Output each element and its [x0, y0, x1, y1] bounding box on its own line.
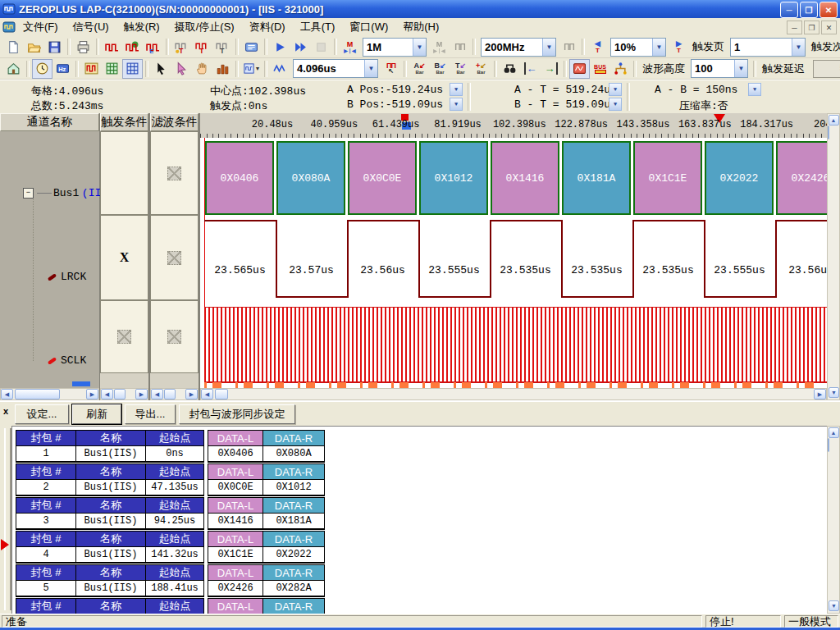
- note-cursor-icon[interactable]: [171, 59, 192, 79]
- home-icon[interactable]: [3, 59, 24, 79]
- settings-button[interactable]: 设定...: [15, 404, 69, 424]
- menu-item-0[interactable]: 文件(F): [16, 18, 66, 36]
- refresh-button[interactable]: 刷新: [72, 404, 121, 424]
- filter-cell-sclk[interactable]: [150, 300, 199, 373]
- scroll-right-icon[interactable]: ▶: [185, 389, 198, 399]
- child-close-button[interactable]: ✕: [821, 21, 837, 34]
- single-acquisition-icon[interactable]: [270, 37, 290, 57]
- dropdown-arrow-icon[interactable]: ▼: [734, 60, 747, 77]
- oscilloscope-icon[interactable]: [569, 59, 590, 79]
- dropdown-arrow-icon[interactable]: ▼: [652, 39, 665, 56]
- pulse-view-icon[interactable]: ΠΠ: [450, 37, 470, 57]
- scroll-thumb[interactable]: [828, 438, 829, 452]
- expander-icon[interactable]: −: [23, 188, 34, 199]
- frequency-display-icon[interactable]: Hz: [52, 59, 73, 79]
- add-bar-icon[interactable]: +↙Bar: [471, 59, 491, 79]
- repeat-acquisition-icon[interactable]: [290, 37, 311, 57]
- time-ruler[interactable]: 20.48us40.959us61.439us81.919us102.398us…: [200, 113, 827, 139]
- scroll-down-icon[interactable]: ▼: [829, 387, 839, 398]
- filter-cell-bus1[interactable]: [150, 131, 199, 215]
- hand-pan-icon[interactable]: [192, 59, 212, 79]
- minimize-button[interactable]: ─: [780, 2, 798, 18]
- bus1-label[interactable]: Bus1: [53, 187, 79, 199]
- memory-page-back-icon[interactable]: M▶❘◀: [429, 37, 450, 57]
- scroll-down-icon[interactable]: ▼: [829, 600, 839, 611]
- packet-start[interactable]: 141.32us: [146, 547, 203, 562]
- waveform-zoom-menu-icon[interactable]: ▼: [241, 59, 262, 79]
- waveform-hscroll[interactable]: ◀ ▶: [200, 388, 827, 400]
- dropdown-arrow-icon[interactable]: ▼: [542, 39, 555, 56]
- trigger-cell-lrck[interactable]: X: [100, 215, 148, 300]
- packet-num[interactable]: 3: [16, 514, 75, 528]
- packet-data-l[interactable]: 0X0406: [208, 446, 262, 461]
- open-file-icon[interactable]: [24, 37, 44, 57]
- packet-num[interactable]: 5: [16, 581, 75, 596]
- save-file-icon[interactable]: [44, 37, 65, 57]
- child-minimize-button[interactable]: ─: [787, 21, 802, 34]
- child-restore-button[interactable]: ❐: [804, 21, 819, 34]
- menu-item-1[interactable]: 信号(U): [66, 18, 116, 36]
- select-cursor-icon[interactable]: [151, 59, 171, 79]
- scroll-thumb[interactable]: [215, 389, 228, 399]
- squarewave-icon[interactable]: ΠΠ: [559, 37, 579, 57]
- panel-grip[interactable]: [4, 428, 11, 610]
- packet-vscroll[interactable]: ▲ ▼: [827, 426, 840, 614]
- sampling-rate-select[interactable]: 200MHz▼: [481, 38, 556, 57]
- navigator-mode-icon[interactable]: [122, 59, 143, 79]
- timing-display-icon[interactable]: [32, 59, 52, 79]
- sclk-label[interactable]: SCLK: [61, 354, 86, 367]
- menu-item-2[interactable]: 触发(R): [116, 18, 167, 36]
- scroll-up-icon[interactable]: ▲: [829, 115, 839, 126]
- restore-button[interactable]: ❐: [800, 2, 818, 18]
- b-bar-icon[interactable]: B↙Bar: [430, 59, 450, 79]
- scroll-thumb[interactable]: [114, 389, 126, 399]
- trigger-cell-sclk[interactable]: [100, 300, 148, 373]
- trigger-pos-left-icon[interactable]: ◀T: [587, 37, 608, 57]
- scroll-left-icon[interactable]: ◀: [1, 389, 13, 399]
- menu-item-4[interactable]: 资料(D): [242, 18, 293, 36]
- trigger-property-icon[interactable]: T: [171, 37, 192, 57]
- packet-data-r[interactable]: 0X1012: [263, 480, 324, 495]
- menu-item-7[interactable]: 帮助(H): [395, 18, 446, 36]
- scroll-right-icon[interactable]: ▶: [814, 389, 826, 399]
- scroll-thumb[interactable]: [15, 389, 60, 399]
- menu-item-3[interactable]: 摄取/停止(S): [167, 18, 242, 36]
- scroll-thumb[interactable]: [828, 126, 829, 139]
- goto-prev-icon[interactable]: ←: [520, 59, 541, 79]
- find-icon[interactable]: [500, 59, 520, 79]
- waveform-vscroll[interactable]: ▲ ▼: [827, 113, 840, 400]
- packet-data-l[interactable]: 0X1416: [208, 514, 262, 528]
- b-pos-dropdown-icon[interactable]: ▼: [450, 98, 463, 111]
- waveform-canvas[interactable]: 0X04060X080A0X0C0E0X10120X14160X181A0X1C…: [200, 138, 827, 388]
- scroll-left-icon[interactable]: ◀: [101, 389, 113, 399]
- filter-panel-hscroll[interactable]: ◀ ▶: [150, 388, 199, 400]
- trigger-page-select[interactable]: 1▼: [730, 38, 806, 57]
- dropdown-arrow-icon[interactable]: ▼: [792, 39, 805, 56]
- new-file-icon[interactable]: [3, 37, 24, 57]
- port-setup-icon[interactable]: [102, 37, 122, 57]
- scroll-thumb[interactable]: [164, 389, 176, 399]
- title-bar[interactable]: ZEROPLUS LAP-C(321000)(S/N:00000000001) …: [0, 0, 840, 18]
- trigger-panel-hscroll[interactable]: ◀ ▶: [100, 388, 148, 400]
- trigger-position-select[interactable]: 10%▼: [610, 38, 666, 57]
- zoom-wave-icon[interactable]: [270, 59, 290, 79]
- trigger-content-icon[interactable]: T: [192, 37, 212, 57]
- bus-analysis-icon[interactable]: [241, 37, 262, 57]
- a-t-dropdown-icon[interactable]: ▼: [609, 83, 622, 96]
- menu-item-6[interactable]: 窗口(W): [342, 18, 395, 36]
- wave-pointer-icon[interactable]: ΠΠ↖: [381, 59, 401, 79]
- packet-data-r[interactable]: 0X080A: [263, 446, 324, 461]
- scroll-right-icon[interactable]: ▶: [86, 389, 98, 399]
- b-t-dropdown-icon[interactable]: ▼: [609, 98, 622, 111]
- t-bar-icon[interactable]: T↙Bar: [450, 59, 471, 79]
- packet-num[interactable]: 4: [16, 547, 75, 562]
- channel-panel-hscroll[interactable]: ◀ ▶: [0, 388, 99, 400]
- stop-acquisition-icon[interactable]: [311, 37, 331, 57]
- packet-data-r[interactable]: 0X181A: [263, 514, 324, 528]
- goto-next-icon[interactable]: →: [541, 59, 561, 79]
- packet-start[interactable]: 94.25us: [146, 514, 203, 528]
- scroll-up-icon[interactable]: ▲: [829, 427, 839, 438]
- scroll-left-icon[interactable]: ◀: [151, 389, 163, 399]
- packet-name[interactable]: Bus1(IIS): [76, 480, 145, 495]
- export-button[interactable]: 导出...: [125, 404, 176, 424]
